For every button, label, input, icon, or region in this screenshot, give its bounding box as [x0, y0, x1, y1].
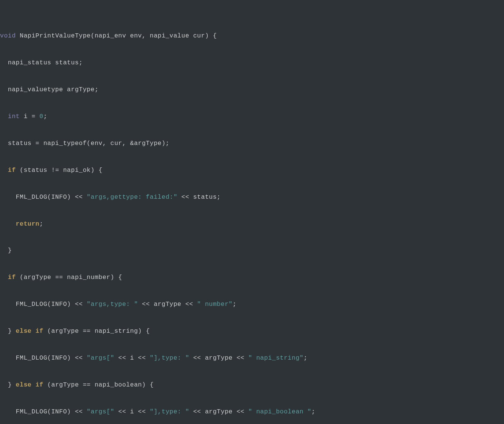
code-line: return; — [0, 217, 504, 231]
keyword-if: if — [8, 274, 16, 281]
code-line: FML_DLOG(INFO) << "args[" << i << "],typ… — [0, 405, 504, 418]
keyword-else: else — [16, 381, 32, 388]
string-literal: "],type: " — [150, 408, 189, 415]
keyword-if: if — [36, 381, 44, 388]
code-text: FML_DLOG(INFO) << — [0, 354, 87, 362]
code-line: if (status != napi_ok) { — [0, 164, 504, 177]
code-text: (argType == napi_number) { — [16, 274, 122, 281]
code-text: } — [0, 381, 16, 388]
code-text: status = napi_typeof(env, cur, &argType)… — [0, 140, 169, 147]
code-line: void NapiPrintValueType(napi_env env, na… — [0, 29, 504, 42]
string-literal: "args[" — [87, 408, 114, 415]
code-line: } else if (argType == napi_string) { — [0, 324, 504, 338]
code-line: } — [0, 244, 504, 257]
code-text: NapiPrintValueType(napi_env env, napi_va… — [16, 32, 217, 39]
code-line: int i = 0; — [0, 110, 504, 123]
string-literal: "args,gettype: failed:" — [87, 193, 177, 201]
space — [31, 381, 35, 388]
code-text: ; — [311, 408, 315, 415]
code-line: if (argType == napi_number) { — [0, 271, 504, 284]
code-text: } — [0, 247, 12, 254]
keyword-else: else — [16, 327, 32, 335]
code-text: FML_DLOG(INFO) << — [0, 408, 87, 415]
string-literal: "],type: " — [150, 354, 189, 362]
keyword-return: return — [16, 220, 39, 228]
code-text: (status != napi_ok) { — [16, 167, 103, 174]
code-text: << argType << — [189, 408, 248, 415]
code-text: (argType == napi_boolean) { — [43, 381, 153, 388]
string-literal: "args[" — [87, 354, 114, 362]
keyword-if: if — [36, 327, 44, 335]
indent — [0, 113, 8, 120]
code-text: << argType << — [189, 354, 248, 362]
code-line: } else if (argType == napi_boolean) { — [0, 378, 504, 391]
code-text: ; — [43, 113, 47, 120]
string-literal: " number" — [197, 301, 233, 308]
keyword-type: void — [0, 32, 16, 39]
code-text: FML_DLOG(INFO) << — [0, 193, 87, 201]
code-text: napi_status status; — [0, 59, 83, 66]
code-text: } — [0, 327, 16, 335]
indent — [0, 167, 8, 174]
indent — [0, 220, 16, 228]
code-text: ; — [233, 301, 236, 308]
string-literal: " napi_string" — [248, 354, 304, 362]
code-text: (argType == napi_string) { — [43, 327, 150, 335]
code-line: FML_DLOG(INFO) << "args,type: " << argTy… — [0, 298, 504, 311]
code-line: status = napi_typeof(env, cur, &argType)… — [0, 137, 504, 150]
indent — [0, 274, 8, 281]
code-text: << i << — [114, 354, 150, 362]
string-literal: " napi_boolean " — [248, 408, 311, 415]
code-text: ; — [39, 220, 43, 228]
keyword-if: if — [8, 167, 16, 174]
code-text: napi_valuetype argType; — [0, 86, 99, 93]
code-text: FML_DLOG(INFO) << — [0, 301, 87, 308]
code-text: i = — [20, 113, 39, 120]
code-line: napi_status status; — [0, 56, 504, 69]
code-text: << i << — [114, 408, 150, 415]
code-text: ; — [304, 354, 307, 362]
code-line: napi_valuetype argType; — [0, 83, 504, 96]
number-literal: 0 — [39, 113, 43, 120]
code-line: FML_DLOG(INFO) << "args[" << i << "],typ… — [0, 351, 504, 365]
code-line: FML_DLOG(INFO) << "args,gettype: failed:… — [0, 190, 504, 204]
code-text: << argType << — [138, 301, 197, 308]
code-text: << status; — [177, 193, 221, 201]
space — [31, 327, 35, 335]
string-literal: "args,type: " — [87, 301, 138, 308]
keyword-type: int — [8, 113, 20, 120]
